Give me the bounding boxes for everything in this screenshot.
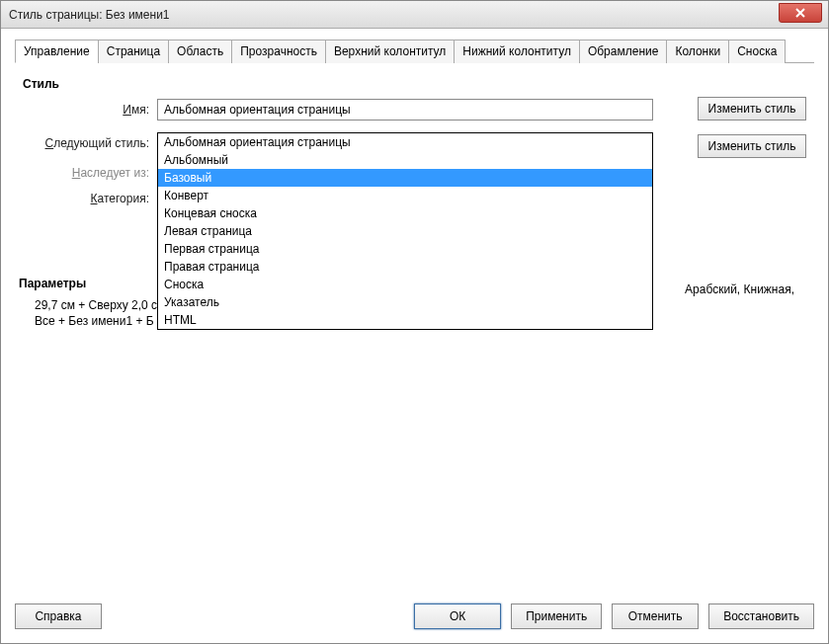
params-line-right: Арабский, Книжная, <box>685 282 794 296</box>
tab-footer[interactable]: Нижний колонтитул <box>454 40 580 63</box>
dropdown-option[interactable]: Концевая сноска <box>158 204 652 222</box>
row-name: Имя: <box>23 99 806 121</box>
edit-style-button-2[interactable]: Изменить стиль <box>698 134 806 158</box>
dialog-buttons: Справка ОК Применить Отменить Восстанови… <box>15 604 814 629</box>
dropdown-option[interactable]: Левая страница <box>158 222 652 240</box>
tab-area[interactable]: Область <box>168 40 232 63</box>
restore-button[interactable]: Восстановить <box>708 604 814 629</box>
right-buttons-col: Изменить стиль Изменить стиль <box>698 97 806 158</box>
tab-transparency[interactable]: Прозрачность <box>231 40 326 63</box>
window-title: Стиль страницы: Без имени1 <box>9 8 170 22</box>
label-next-style: Следующий стиль: <box>23 136 149 150</box>
tab-body: Стиль Имя: Следующий стиль: Альбомная ор… <box>15 63 814 587</box>
label-category: Категория: <box>23 192 149 205</box>
name-input[interactable] <box>157 99 653 121</box>
dialog-window: Стиль страницы: Без имени1 Управление Ст… <box>0 0 829 644</box>
dropdown-option[interactable]: Первая страница <box>158 240 652 258</box>
label-name: Имя: <box>23 103 149 117</box>
close-icon <box>795 8 805 18</box>
dropdown-option[interactable]: Указатель <box>158 293 652 311</box>
tab-bar: Управление Страница Область Прозрачность… <box>15 39 814 63</box>
close-button[interactable] <box>779 3 822 23</box>
tab-footnote[interactable]: Сноска <box>728 40 786 63</box>
cancel-button[interactable]: Отменить <box>612 604 699 629</box>
dropdown-option[interactable]: Сноска <box>158 276 652 293</box>
tab-management[interactable]: Управление <box>15 40 99 63</box>
next-style-dropdown[interactable]: Альбомная ориентация страницы Альбомный … <box>157 132 653 330</box>
tab-header[interactable]: Верхний колонтитул <box>325 40 455 63</box>
titlebar[interactable]: Стиль страницы: Без имени1 <box>1 1 828 29</box>
dropdown-option[interactable]: Конверт <box>158 187 652 204</box>
dropdown-option[interactable]: HTML <box>158 311 652 329</box>
apply-button[interactable]: Применить <box>511 604 602 629</box>
edit-style-button-1[interactable]: Изменить стиль <box>698 97 806 121</box>
dropdown-option[interactable]: Правая страница <box>158 258 652 276</box>
label-inherit: Наследует из: <box>23 166 149 180</box>
tab-border[interactable]: Обрамление <box>579 40 667 63</box>
tab-columns[interactable]: Колонки <box>666 40 729 63</box>
section-style-label: Стиль <box>23 77 806 91</box>
dialog-content: Управление Страница Область Прозрачность… <box>1 29 828 643</box>
ok-button[interactable]: ОК <box>414 604 501 629</box>
dropdown-option[interactable]: Базовый <box>158 169 652 187</box>
label-name-rest: мя: <box>131 103 149 117</box>
tab-page[interactable]: Страница <box>98 40 169 63</box>
dropdown-option[interactable]: Альбомная ориентация страницы <box>158 133 652 151</box>
dropdown-option[interactable]: Альбомный <box>158 151 652 169</box>
help-button[interactable]: Справка <box>15 604 102 629</box>
